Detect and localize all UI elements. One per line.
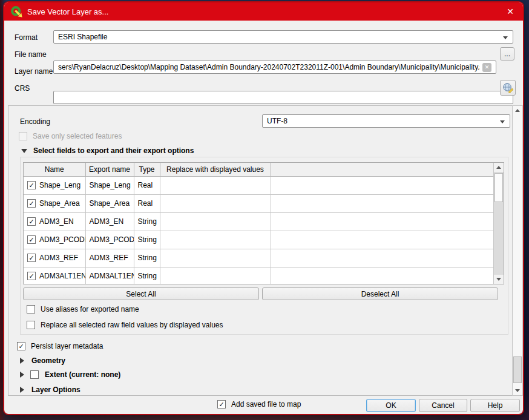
use-aliases-row[interactable]: Use aliases for exported name bbox=[27, 305, 139, 313]
title-bar[interactable]: Save Vector Layer as... ✕ bbox=[4, 2, 523, 21]
geometry-label: Geometry bbox=[31, 356, 65, 365]
persist-metadata-checkbox[interactable]: ✓ bbox=[17, 342, 25, 350]
desktop-background: Save Vector Layer as... ✕ Format ESRI Sh… bbox=[0, 0, 529, 420]
use-aliases-checkbox[interactable] bbox=[27, 305, 35, 313]
crs-label: CRS bbox=[15, 84, 30, 93]
collapse-collapsed-icon[interactable] bbox=[20, 387, 24, 393]
encoding-label: Encoding bbox=[20, 117, 50, 126]
row-checkbox[interactable]: ✓ bbox=[27, 272, 36, 280]
clear-text-icon[interactable]: ✕ bbox=[482, 63, 491, 72]
field-type: Real bbox=[134, 176, 160, 194]
collapse-collapsed-icon[interactable] bbox=[20, 372, 24, 378]
qgis-logo-icon bbox=[10, 5, 22, 18]
globe-edit-icon bbox=[502, 82, 513, 93]
field-replace-value[interactable] bbox=[160, 231, 271, 249]
encoding-combobox[interactable]: UTF-8 bbox=[262, 114, 510, 128]
col-header-replace[interactable]: Replace with displayed values bbox=[160, 163, 271, 176]
filename-input[interactable]: sers\RyanDelacruz\Desktop\Mapping Datase… bbox=[53, 61, 496, 74]
fields-section-header[interactable]: Select fields to export and their export… bbox=[21, 146, 194, 155]
cancel-button[interactable]: Cancel bbox=[419, 399, 467, 412]
field-name: ADM3_EN bbox=[39, 217, 74, 226]
field-export-name[interactable]: ADM3ALT1EN bbox=[85, 267, 134, 284]
collapse-expanded-icon[interactable] bbox=[21, 149, 27, 153]
select-crs-button[interactable] bbox=[500, 80, 516, 96]
table-scrollbar-thumb[interactable] bbox=[494, 173, 503, 202]
col-header-name[interactable]: Name bbox=[24, 163, 85, 176]
row-checkbox[interactable]: ✓ bbox=[27, 217, 36, 226]
table-header-row: Name Export name Type Replace with displ… bbox=[24, 163, 494, 176]
field-replace-value[interactable] bbox=[160, 194, 271, 212]
table-row[interactable]: ✓Shape_Area Shape_Area Real bbox=[24, 194, 494, 212]
extent-checkbox[interactable] bbox=[30, 370, 39, 379]
col-header-export-name[interactable]: Export name bbox=[85, 163, 134, 176]
fields-section-label: Select fields to export and their export… bbox=[33, 146, 194, 155]
table-row[interactable]: ✓ADM3_REF ADM3_REF String bbox=[24, 249, 494, 267]
save-vector-layer-dialog: Save Vector Layer as... ✕ Format ESRI Sh… bbox=[3, 1, 524, 415]
persist-metadata-label: Persist layer metadata bbox=[31, 342, 103, 350]
field-export-name[interactable]: Shape_Area bbox=[85, 194, 134, 212]
replace-raw-row[interactable]: Replace all selected raw field values by… bbox=[27, 321, 223, 329]
scroll-up-icon[interactable] bbox=[513, 106, 522, 115]
replace-raw-label: Replace all selected raw field values by… bbox=[41, 321, 223, 329]
field-replace-value[interactable] bbox=[160, 212, 271, 231]
add-to-map-label: Add saved file to map bbox=[231, 400, 301, 409]
table-row[interactable]: ✓ADM3ALT1EN ADM3ALT1EN String bbox=[24, 267, 494, 284]
table-row[interactable]: ✓ADM3_EN ADM3_EN String bbox=[24, 212, 494, 231]
fields-table: Name Export name Type Replace with displ… bbox=[23, 162, 504, 284]
persist-metadata-row[interactable]: ✓ Persist layer metadata bbox=[17, 342, 103, 350]
table-row[interactable]: ✓Shape_Leng Shape_Leng Real bbox=[24, 176, 494, 194]
geometry-section-header[interactable]: Geometry bbox=[20, 356, 65, 365]
options-scrollbar-thumb[interactable] bbox=[513, 356, 522, 383]
add-to-map-checkbox[interactable]: ✓ bbox=[217, 400, 226, 409]
chevron-down-icon bbox=[500, 120, 505, 123]
help-button[interactable]: Help bbox=[470, 399, 520, 412]
add-to-map-row[interactable]: ✓ Add saved file to map bbox=[217, 400, 301, 409]
col-header-filler bbox=[271, 163, 494, 176]
fields-table-grid: Name Export name Type Replace with displ… bbox=[24, 163, 494, 284]
options-scroll-area: Encoding UTF-8 Save only selected featur… bbox=[8, 105, 523, 396]
field-name: ADM3ALT1EN bbox=[39, 272, 85, 280]
extent-section-header[interactable]: Extent (current: none) bbox=[20, 370, 120, 379]
row-checkbox[interactable]: ✓ bbox=[27, 181, 36, 189]
scroll-down-icon[interactable] bbox=[494, 275, 504, 284]
layername-label: Layer name bbox=[15, 67, 53, 76]
deselect-all-button[interactable]: Deselect All bbox=[262, 287, 498, 300]
field-export-name[interactable]: ADM3_REF bbox=[85, 249, 134, 267]
replace-raw-checkbox[interactable] bbox=[27, 321, 35, 329]
options-scrollbar[interactable] bbox=[512, 105, 523, 396]
format-combobox[interactable]: ESRI Shapefile bbox=[53, 30, 513, 44]
field-type: String bbox=[134, 231, 160, 249]
collapse-collapsed-icon[interactable] bbox=[20, 358, 24, 364]
field-type: String bbox=[134, 212, 160, 231]
table-row[interactable]: ✓ADM3_PCODE ADM3_PCODE String bbox=[24, 231, 494, 249]
scroll-down-icon[interactable] bbox=[513, 386, 522, 395]
field-name: Shape_Leng bbox=[39, 181, 80, 189]
field-replace-value[interactable] bbox=[160, 249, 271, 267]
field-name: Shape_Area bbox=[39, 199, 80, 208]
row-checkbox[interactable]: ✓ bbox=[27, 235, 36, 244]
layername-input[interactable] bbox=[53, 91, 513, 104]
field-name: ADM3_PCODE bbox=[39, 235, 85, 244]
extent-label: Extent (current: none) bbox=[45, 370, 120, 379]
ok-button[interactable]: OK bbox=[366, 399, 416, 412]
save-selected-label: Save only selected features bbox=[33, 132, 122, 140]
col-header-type[interactable]: Type bbox=[134, 163, 160, 176]
row-checkbox[interactable]: ✓ bbox=[27, 199, 36, 208]
table-scrollbar[interactable] bbox=[493, 163, 504, 284]
layer-options-label: Layer Options bbox=[31, 386, 80, 394]
field-export-name[interactable]: Shape_Leng bbox=[85, 176, 134, 194]
select-all-button[interactable]: Select All bbox=[23, 287, 259, 300]
field-replace-value[interactable] bbox=[160, 176, 271, 194]
field-export-name[interactable]: ADM3_PCODE bbox=[85, 231, 134, 249]
window-title: Save Vector Layer as... bbox=[27, 7, 108, 16]
field-replace-value[interactable] bbox=[160, 267, 271, 284]
field-type: String bbox=[134, 267, 160, 284]
row-checkbox[interactable]: ✓ bbox=[27, 254, 36, 262]
encoding-value: UTF-8 bbox=[267, 117, 288, 125]
field-export-name[interactable]: ADM3_EN bbox=[85, 212, 134, 231]
browse-button[interactable]: ... bbox=[500, 47, 514, 61]
scroll-up-icon[interactable] bbox=[494, 163, 504, 172]
layer-options-section-header[interactable]: Layer Options bbox=[20, 386, 80, 394]
filename-value: sers\RyanDelacruz\Desktop\Mapping Datase… bbox=[58, 63, 480, 71]
close-icon[interactable]: ✕ bbox=[501, 4, 519, 19]
